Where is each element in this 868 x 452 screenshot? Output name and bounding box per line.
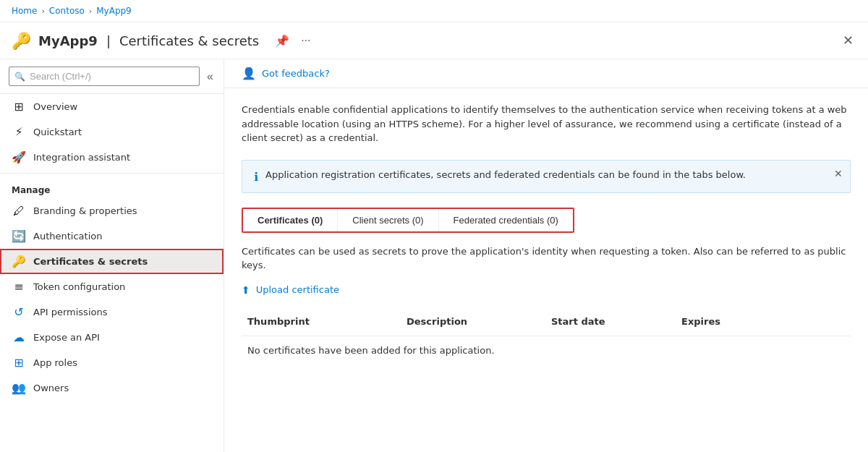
owners-icon: 👥 <box>12 381 26 395</box>
nav-label-branding: Branding & properties <box>33 205 137 216</box>
col-description: Description <box>401 313 545 330</box>
nav-item-authentication[interactable]: 🔄 Authentication <box>0 223 224 249</box>
token-icon: ≡ <box>12 280 26 294</box>
nav-item-app-roles[interactable]: ⊞ App roles <box>0 350 224 375</box>
nav-label-integration: Integration assistant <box>33 152 130 163</box>
collapse-button[interactable]: « <box>205 69 215 85</box>
col-start-date: Start date <box>545 313 676 330</box>
nav-label-overview: Overview <box>33 101 77 112</box>
quickstart-icon: ⚡ <box>12 125 26 139</box>
table-header: Thumbprint Description Start date Expire… <box>242 307 851 336</box>
app-icon: 🔑 <box>12 32 31 50</box>
tab-federated-credentials[interactable]: Federated credentials (0) <box>439 209 573 231</box>
title-bar: 🔑 MyApp9 | Certificates & secrets 📌 ··· … <box>0 22 868 59</box>
breadcrumb-contoso[interactable]: Contoso <box>49 6 85 16</box>
api-icon: ↺ <box>12 305 26 319</box>
feedback-icon: 👤 <box>242 67 256 80</box>
nav-item-quickstart[interactable]: ⚡ Quickstart <box>0 119 224 145</box>
breadcrumb: Home › Contoso › MyApp9 <box>0 0 868 22</box>
tabs-container: Certificates (0) Client secrets (0) Fede… <box>242 208 574 233</box>
info-banner-text: Application registration certificates, s… <box>265 169 838 180</box>
nav-item-certificates-secrets[interactable]: 🔑 Certificates & secrets <box>0 249 224 274</box>
nav-label-certificates: Certificates & secrets <box>33 256 148 267</box>
page-title: Certificates & secrets <box>119 33 259 48</box>
feedback-label[interactable]: Got feedback? <box>262 68 330 79</box>
content-area: 👤 Got feedback? Credentials enable confi… <box>224 59 868 452</box>
approles-icon: ⊞ <box>12 356 26 370</box>
integration-icon: 🚀 <box>12 150 26 164</box>
nav-item-owners[interactable]: 👥 Owners <box>0 375 224 401</box>
nav-item-expose-api[interactable]: ☁ Expose an API <box>0 325 224 350</box>
col-thumbprint: Thumbprint <box>242 313 401 330</box>
feedback-bar[interactable]: 👤 Got feedback? <box>224 59 868 88</box>
breadcrumb-sep-1: › <box>41 7 44 16</box>
info-banner-close[interactable]: ✕ <box>834 168 843 179</box>
nav-item-api-permissions[interactable]: ↺ API permissions <box>0 299 224 325</box>
search-bar: 🔍 « <box>0 59 224 94</box>
breadcrumb-home[interactable]: Home <box>12 6 37 16</box>
nav-item-branding[interactable]: 🖊 Branding & properties <box>0 198 224 223</box>
upload-certificate-button[interactable]: ⬆ Upload certificate <box>242 284 851 296</box>
info-icon: ℹ <box>254 170 258 184</box>
nav-label-approles: App roles <box>33 357 77 368</box>
more-button[interactable]: ··· <box>298 33 313 48</box>
content-body: Credentials enable confidential applicat… <box>224 88 868 379</box>
tab-certificates[interactable]: Certificates (0) <box>243 209 338 231</box>
search-icon: 🔍 <box>14 72 25 82</box>
title-divider: | <box>106 33 111 48</box>
expose-icon: ☁ <box>12 331 26 344</box>
certificates-icon: 🔑 <box>12 255 26 268</box>
nav-label-owners: Owners <box>33 383 69 393</box>
upload-label: Upload certificate <box>256 284 339 295</box>
nav-label-token: Token configuration <box>33 281 125 292</box>
empty-state-message: No certificates have been added for this… <box>242 336 851 364</box>
pin-button[interactable]: 📌 <box>272 33 292 49</box>
authentication-icon: 🔄 <box>12 229 26 243</box>
nav-item-token-configuration[interactable]: ≡ Token configuration <box>0 274 224 299</box>
upload-icon: ⬆ <box>242 284 250 296</box>
branding-icon: 🖊 <box>12 204 26 218</box>
description-text: Credentials enable confidential applicat… <box>242 103 851 145</box>
nav-item-overview[interactable]: ⊞ Overview <box>0 94 224 119</box>
tab-client-secrets[interactable]: Client secrets (0) <box>338 209 438 231</box>
manage-section-label: Manage <box>0 176 224 198</box>
sidebar-divider-1 <box>0 173 224 174</box>
app-name: MyApp9 <box>38 33 98 48</box>
info-banner: ℹ Application registration certificates,… <box>242 160 851 193</box>
nav-label-api: API permissions <box>33 307 107 317</box>
nav-item-integration-assistant[interactable]: 🚀 Integration assistant <box>0 145 224 170</box>
sidebar: 🔍 « ⊞ Overview ⚡ Quickstart 🚀 Integratio… <box>0 59 224 452</box>
close-button[interactable]: ✕ <box>840 30 856 51</box>
breadcrumb-myapp9[interactable]: MyApp9 <box>96 6 132 16</box>
nav-label-authentication: Authentication <box>33 231 102 242</box>
breadcrumb-sep-2: › <box>89 7 92 16</box>
nav-label-quickstart: Quickstart <box>33 127 82 137</box>
cert-description: Certificates can be used as secrets to p… <box>242 244 851 273</box>
col-expires: Expires <box>676 313 806 330</box>
overview-icon: ⊞ <box>12 100 26 114</box>
search-input[interactable] <box>9 67 200 86</box>
title-actions: 📌 ··· <box>272 33 313 49</box>
nav-label-expose: Expose an API <box>33 332 100 343</box>
